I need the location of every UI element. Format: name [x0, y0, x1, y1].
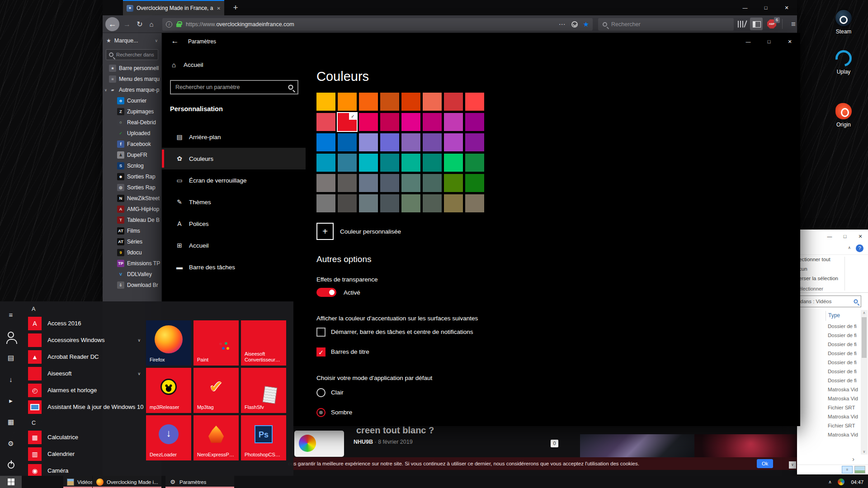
rail-item[interactable]: ▸ [0, 390, 22, 412]
address-bar[interactable]: i https://www.overclockingmadeinfrance.c… [162, 18, 593, 31]
file-row-type-cell[interactable]: Matroska Vid [797, 412, 860, 421]
color-swatch[interactable] [465, 154, 484, 172]
settings-nav-item[interactable]: ✎ Thèmes [162, 191, 306, 213]
section-letter[interactable]: C [22, 415, 146, 429]
color-swatch[interactable] [444, 133, 463, 151]
thumbnails-view-button[interactable] [854, 466, 865, 474]
maximize-button[interactable]: □ [759, 33, 779, 50]
bookmark-item[interactable]: S Scnlog [103, 160, 161, 171]
rail-item[interactable]: ▦ [0, 412, 22, 433]
color-swatch[interactable] [359, 174, 378, 192]
checkbox[interactable] [316, 347, 326, 357]
explorer-scrollbar[interactable]: ∧ ∨ [861, 310, 868, 455]
color-swatch[interactable] [316, 93, 335, 111]
home-button[interactable]: ⌂ [146, 15, 157, 33]
color-swatch[interactable] [359, 113, 378, 131]
color-swatch[interactable] [423, 154, 442, 172]
start-app-item[interactable]: Aiseesoft ∨ [22, 365, 146, 382]
color-swatch[interactable] [444, 154, 463, 172]
desktop-icon[interactable]: Uplay [826, 50, 861, 75]
taskbar-app-button[interactable]: Vidéos [63, 476, 92, 488]
rail-item[interactable]: ↓ [0, 369, 22, 390]
bookmark-item[interactable]: o Courrier [103, 95, 161, 106]
bookmark-item[interactable]: ≡ Menu des marqu [103, 74, 161, 84]
start-app-item[interactable]: Accessoires Windows ∨ [22, 332, 146, 348]
color-swatch[interactable] [444, 194, 463, 212]
file-row-type-cell[interactable]: Dossier de fi [797, 331, 860, 340]
idm-tray-icon[interactable] [838, 479, 844, 485]
color-swatch[interactable] [338, 194, 357, 212]
bookmark-item[interactable]: ∨ ▰ Autres marque-p [103, 84, 161, 95]
scroll-down-icon[interactable]: ∨ [789, 461, 796, 469]
color-swatch[interactable] [338, 174, 357, 192]
file-row-type-cell[interactable]: Dossier de fi [797, 367, 860, 376]
maximize-button[interactable]: □ [755, 0, 776, 15]
file-row-type-cell[interactable]: Dossier de fi [797, 358, 860, 367]
page-actions-icon[interactable]: ⋯ [559, 20, 566, 28]
expander-icon[interactable]: ∨ [104, 88, 109, 92]
settings-nav-item[interactable]: ▬ Barre des tâches [162, 256, 306, 278]
color-swatch[interactable] [444, 113, 463, 131]
radio-button[interactable] [316, 408, 326, 417]
library-icon[interactable] [738, 21, 746, 28]
file-row-type-cell[interactable]: Fichier SRT [797, 421, 860, 430]
color-swatch[interactable] [380, 93, 399, 111]
sidebar-header[interactable]: ★ Marque... ∨ [103, 33, 161, 48]
ribbon-collapse-icon[interactable]: ∧ [848, 245, 851, 250]
back-button[interactable]: ← [168, 37, 182, 47]
color-swatch[interactable] [359, 194, 378, 212]
bookmark-item[interactable]: AT Séries [103, 236, 161, 247]
new-tab-button[interactable]: + [229, 1, 242, 14]
color-swatch[interactable] [444, 174, 463, 192]
bookmark-item[interactable]: AT Films [103, 225, 161, 236]
settings-nav-item[interactable]: ⊞ Accueil [162, 235, 306, 256]
file-row-type-cell[interactable]: Fichier SRT [797, 403, 860, 412]
file-row-type-cell[interactable]: Dossier de fi [797, 340, 860, 349]
start-tile[interactable]: NeroExpressP… [193, 415, 239, 460]
bookmark-item[interactable]: ✓ Uploaded [103, 128, 161, 139]
bookmark-item[interactable]: f Facebook [103, 139, 161, 150]
file-row-type-cell[interactable]: Matroska Vid [797, 394, 860, 403]
column-header-type[interactable]: Type [797, 310, 860, 322]
bookmark-item[interactable]: T Tableau De B [103, 215, 161, 225]
section-letter[interactable]: A [22, 301, 146, 315]
page-info-icon[interactable]: i [166, 21, 172, 28]
start-app-item[interactable]: ▲ Acrobat Reader DC ∨ [22, 348, 146, 365]
bookmarks-search-input[interactable]: Rechercher dans le [106, 49, 158, 60]
bookmark-item[interactable]: ★ Barre personnell [103, 63, 161, 74]
close-button[interactable]: ✕ [776, 0, 797, 15]
bookmark-item[interactable]: ⇩ Download Br [103, 280, 161, 291]
file-row-type-cell[interactable]: Matroska Vid [797, 430, 860, 439]
taskbar-app-button[interactable]: ⚙ Paramètres [165, 476, 234, 488]
color-swatch[interactable] [401, 194, 420, 212]
bookmark-item[interactable]: N NewZikStreet [103, 193, 161, 204]
bookmark-star-icon[interactable]: ★ [583, 20, 589, 28]
color-swatch[interactable] [423, 174, 442, 192]
color-swatch[interactable] [423, 133, 442, 151]
color-swatch[interactable] [401, 174, 420, 192]
reload-button[interactable]: ↻ [134, 15, 145, 33]
desktop-icon[interactable]: Origin [826, 103, 861, 128]
start-app-item[interactable]: Assistant Mise à jour de Windows 10 ∨ [22, 399, 146, 415]
chevron-down-icon[interactable]: ∨ [137, 371, 141, 376]
scroll-down-icon[interactable]: ∨ [861, 450, 868, 454]
bookmark-item[interactable]: V DDLValley [103, 269, 161, 280]
color-swatch[interactable] [380, 174, 399, 192]
start-app-item[interactable]: ▥ Calendrier [22, 446, 146, 462]
rail-item[interactable] [0, 326, 22, 347]
bookmark-item[interactable]: 9 9docu [103, 247, 161, 258]
tab-close-icon[interactable]: ✕ [217, 6, 221, 11]
taskbar-app-button[interactable]: Overclocking Made i... [93, 476, 161, 488]
file-row-type-cell[interactable]: Matroska Vid [797, 385, 860, 394]
rail-item[interactable]: ⚙ [0, 433, 22, 455]
color-swatch[interactable] [380, 194, 399, 212]
color-swatch[interactable] [359, 154, 378, 172]
ribbon-command[interactable]: cun [797, 264, 868, 274]
close-button[interactable]: ✕ [779, 33, 800, 50]
chevron-down-icon[interactable]: ∨ [155, 38, 158, 43]
color-swatch[interactable] [423, 93, 442, 111]
explorer-search-input[interactable]: dans : Vidéos [797, 296, 861, 307]
start-tile[interactable]: Firefox [146, 320, 191, 366]
surface-checkbox-row[interactable]: Démarrer, barre des tâches et centre de … [316, 328, 473, 347]
article-title-fragment[interactable]: creen tout blanc ? [356, 425, 434, 436]
